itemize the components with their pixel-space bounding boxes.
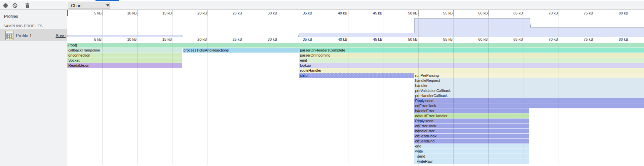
svg-text:%: % (10, 36, 13, 40)
